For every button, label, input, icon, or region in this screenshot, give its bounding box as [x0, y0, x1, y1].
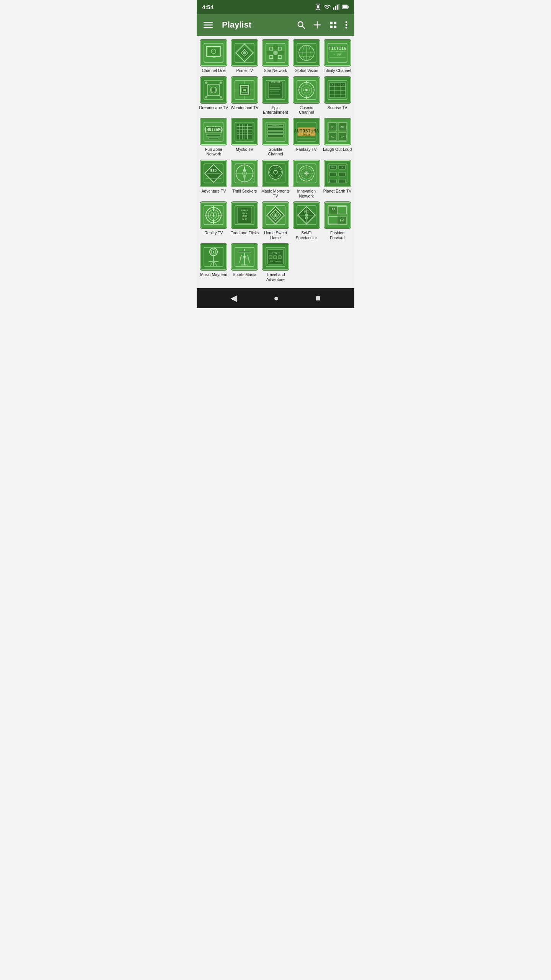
svg-point-20: [346, 21, 347, 23]
channel-thumbnail: FF FW: [324, 201, 351, 229]
channel-item[interactable]: GN IT CR Sunrise TV: [323, 76, 352, 115]
svg-text:SPORTS: SPORTS: [241, 264, 248, 266]
svg-rect-131: [267, 135, 284, 137]
channel-item[interactable]: Mystic TV: [230, 118, 259, 157]
channel-thumbnail: EZD: [200, 160, 227, 187]
channel-item[interactable]: USITBC3 T&A TRAVEL Travel and Adventure: [261, 243, 290, 282]
svg-point-170: [269, 165, 282, 179]
channel-item[interactable]: SPORTS Sports Mania: [230, 243, 259, 282]
channel-item[interactable]: Star Network: [261, 39, 290, 73]
svg-rect-1: [317, 5, 319, 8]
svg-rect-8: [348, 6, 349, 8]
channel-item[interactable]: Global Vision: [292, 39, 321, 73]
svg-rect-81: [268, 82, 283, 98]
svg-point-225: [305, 214, 308, 217]
channel-thumbnail: resss SOV ▼ MFBI GLSS: [231, 201, 258, 229]
channel-item[interactable]: TVA Channel One: [199, 39, 228, 73]
svg-rect-187: [329, 172, 336, 176]
channel-item[interactable]: FF FW Fashion Forward: [323, 201, 352, 240]
svg-text:AUTOSTiNA: AUTOSTiNA: [294, 128, 319, 134]
channel-item[interactable]: Dreamscape TV: [199, 76, 228, 115]
channel-name: Home Sweet Home: [261, 230, 290, 240]
svg-text:TVA: TVA: [212, 56, 216, 59]
channel-name: Sci-Fi Spectacular: [292, 230, 321, 240]
channel-thumbnail: AUTOSTiNA Decis: [293, 118, 320, 145]
channel-name: Dreamscape TV: [199, 105, 228, 110]
svg-point-34: [243, 51, 246, 54]
svg-point-247: [243, 256, 246, 258]
channel-thumbnail: [231, 76, 258, 104]
channel-item[interactable]: CHUISAMO Fun Zone Network: [199, 118, 228, 157]
channel-name: Sunrise TV: [328, 105, 347, 110]
channel-item[interactable]: Prime TV: [230, 39, 259, 73]
back-button[interactable]: ◀: [230, 293, 237, 303]
add-button[interactable]: [310, 18, 324, 32]
svg-point-163: [244, 173, 245, 174]
svg-text:SPARKLE: SPARKLE: [272, 125, 279, 127]
channel-name: Cosmic Channel: [292, 105, 321, 115]
nav-bar: ◀ ● ■: [197, 288, 354, 308]
recent-apps-button[interactable]: ■: [316, 293, 321, 303]
svg-rect-16: [330, 22, 333, 24]
grid-view-button[interactable]: [326, 18, 341, 32]
channel-item[interactable]: TICTIIG ∞ INF Infinity Channel: [323, 39, 352, 73]
toolbar: Playlist: [197, 14, 354, 36]
svg-point-217: [275, 214, 276, 216]
channel-item[interactable]: EPIC ENT Epic Entertainment: [261, 76, 290, 115]
home-button[interactable]: ●: [274, 293, 279, 303]
search-button[interactable]: [294, 18, 308, 32]
svg-text:UM: UM: [341, 166, 343, 168]
svg-rect-52: [325, 40, 350, 65]
channel-thumbnail: GN IT CR: [324, 76, 351, 104]
channel-name: Infinity Channel: [323, 68, 351, 73]
channel-thumbnail: [293, 39, 320, 67]
svg-text:TV: TV: [340, 136, 344, 139]
svg-rect-114: [209, 137, 218, 139]
wifi-icon: [324, 3, 331, 10]
battery-icon: [342, 3, 349, 10]
channel-thumbnail: [200, 243, 227, 271]
channel-thumbnail: [231, 118, 258, 145]
channel-item[interactable]: SCI FI Sci-Fi Spectacular: [292, 201, 321, 240]
channel-name: Adventure TV: [201, 189, 226, 194]
channel-item[interactable]: N S E W Thrill Seekers: [230, 160, 259, 198]
channel-item[interactable]: resss SOV ▼ MFBI GLSS Food and Flicks: [230, 201, 259, 240]
channel-item[interactable]: AUTOSTiNA Decis Fantasy TV: [292, 118, 321, 157]
channel-item[interactable]: GLD UM Planet Earth TV: [323, 160, 352, 198]
channel-item[interactable]: Cosmic Channel: [292, 76, 321, 115]
channel-thumbnail: TICTIIG ∞ INF: [324, 39, 351, 67]
channel-item[interactable]: MMT Magic Moments TV: [261, 160, 290, 198]
channel-name: Food and Flicks: [230, 230, 259, 235]
svg-rect-7: [343, 5, 347, 8]
channel-item[interactable]: Innovation Network: [292, 160, 321, 198]
svg-rect-74: [243, 89, 246, 91]
menu-button[interactable]: [201, 17, 216, 33]
channel-item[interactable]: EZD Adventure TV: [199, 160, 228, 198]
more-options-button[interactable]: [342, 18, 350, 32]
channel-thumbnail: SCI FI: [293, 201, 320, 229]
svg-rect-255: [278, 256, 281, 259]
status-time: 4:54: [202, 4, 214, 10]
svg-text:GN: GN: [331, 83, 333, 86]
svg-line-13: [302, 26, 305, 28]
channel-item[interactable]: Reality TV: [199, 201, 228, 240]
svg-text:AL: AL: [331, 136, 334, 139]
channel-thumbnail: [200, 201, 227, 229]
svg-rect-130: [267, 131, 284, 134]
channel-item[interactable]: SPARKLE Sparkle Channel: [261, 118, 290, 157]
svg-text:CR: CR: [342, 83, 344, 86]
channel-name: Fun Zone Network: [199, 147, 228, 157]
channel-thumbnail: [293, 76, 320, 104]
svg-rect-190: [339, 179, 346, 183]
svg-rect-19: [334, 26, 336, 28]
toolbar-title: Playlist: [222, 20, 290, 30]
channel-item[interactable]: Wonderland TV: [230, 76, 259, 115]
svg-text:S: S: [244, 181, 245, 184]
channel-item[interactable]: GL OB AL TV Laugh Out Loud: [323, 118, 352, 157]
channel-item[interactable]: Home Sweet Home: [261, 201, 290, 240]
channel-name: Global Vision: [295, 68, 318, 73]
svg-point-43: [273, 51, 278, 55]
channel-item[interactable]: Music Mayhem: [199, 243, 228, 282]
status-icons: [315, 3, 349, 10]
svg-text:GLSS: GLSS: [242, 218, 248, 220]
